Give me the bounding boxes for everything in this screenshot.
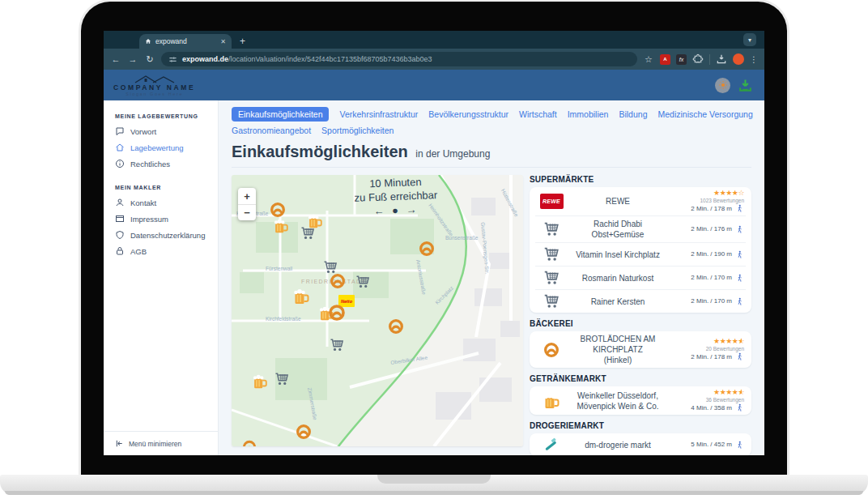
sidebar-item-agb[interactable]: AGB [104, 243, 218, 259]
tab-verkehrsinfrastruktur[interactable]: Verkehrsinfrastruktur [339, 108, 418, 121]
poi-icon-cell [537, 391, 566, 411]
map-marker-beer-icon[interactable] [272, 217, 290, 238]
poi-icon-cell [537, 292, 566, 310]
bookmark-star-icon[interactable]: ☆ [643, 53, 654, 65]
poi-icon-cell [537, 220, 566, 238]
menu-minimize-button[interactable]: Menü minimieren [104, 431, 218, 455]
pretzel-icon [327, 303, 347, 322]
zoom-in-button[interactable]: + [238, 188, 256, 204]
downloads-icon[interactable] [716, 53, 727, 65]
sidebar-item-label: Datenschutzerklärung [130, 231, 205, 240]
tab-bildung[interactable]: Bildung [619, 108, 647, 121]
sidebar-item-rechtliches[interactable]: Rechtliches [104, 156, 218, 172]
browser-tab-strip: expowand ✕ + ▾ [104, 31, 764, 49]
script-extension-icon[interactable]: fx [676, 54, 687, 65]
tab-sportmöglichkeiten[interactable]: Sportmöglichkeiten [321, 124, 394, 137]
sidebar-item-label: Rechtliches [130, 160, 170, 168]
walking-distance: 2 Min. / 170 m [691, 274, 744, 283]
adobe-extension-icon[interactable]: A [660, 54, 670, 65]
store-name: BROTLÄDCHEN AM KIRCHPLATZ(Hinkel) [566, 334, 670, 365]
map-marker-cart-icon[interactable] [355, 274, 371, 293]
forward-icon[interactable]: → [127, 54, 138, 64]
poi-section: GETRÄNKEMARKTWeinkeller Düsseldorf,Möven… [530, 374, 751, 415]
poi-row[interactable]: Rachid Dhabi Obst+Gemüse2 Min. / 176 m [535, 215, 746, 242]
sidebar-item-label: AGB [130, 247, 147, 256]
walk-icon [735, 441, 744, 450]
sidebar-section-label: MEINE LAGEBEWERTUNG [115, 113, 218, 119]
url-domain: expowand.de [182, 55, 228, 63]
poi-row[interactable]: Weinkeller Düsseldorf,Mövenpick Wein & C… [535, 386, 746, 415]
map-marker-cart-icon[interactable] [329, 337, 345, 356]
browser-tab[interactable]: expowand ✕ [139, 34, 232, 49]
tab-immobilien[interactable]: Immobilien [568, 108, 609, 121]
tab-bevölkerungsstruktur[interactable]: Bevölkerungsstruktur [428, 108, 508, 121]
poi-row[interactable]: Rainer Kersten2 Min. / 170 m [535, 289, 746, 313]
map-marker-pretzel-icon[interactable] [295, 423, 313, 444]
map-marker-pretzel-icon[interactable] [327, 303, 347, 326]
back-icon[interactable]: ← [110, 54, 121, 64]
sidebar-item-label: Impressum [130, 215, 168, 224]
pretzel-icon [269, 201, 287, 219]
map-marker-beer-icon[interactable] [291, 287, 311, 309]
page-title: Einkaufsmöglichkeiten in der Umgebung [232, 143, 751, 168]
info-icon [115, 159, 125, 168]
store-name: Rosmarin Naturkost [566, 273, 670, 284]
tab-einkaufsmöglichkeiten[interactable]: Einkaufsmöglichkeiten [232, 107, 329, 122]
sidebar-item-datenschutzerkl-rung[interactable]: Datenschutzerklärung [104, 227, 218, 243]
tab-search-chevron-icon[interactable]: ▾ [743, 33, 756, 46]
tab-title: expowand [155, 37, 216, 45]
walking-distance: 4 Min. / 358 m [691, 403, 744, 412]
theme-toggle-button[interactable] [715, 78, 730, 93]
cart-icon [542, 269, 560, 287]
poi-row[interactable]: Rosmarin Naturkost2 Min. / 170 m [535, 266, 746, 289]
map-marker-pretzel-icon[interactable] [241, 439, 257, 446]
poi-section: DROGERIEMARKTdm-drogerie markt5 Min. / 4… [530, 421, 751, 455]
map-marker-pretzel-icon[interactable] [387, 318, 405, 339]
download-report-button[interactable] [738, 78, 753, 93]
walk-icon [735, 225, 744, 234]
cart-icon [329, 337, 345, 353]
poi-row[interactable]: dm-drogerie markt5 Min. / 452 m [535, 433, 746, 455]
sidebar-item-impressum[interactable]: Impressum [104, 211, 218, 227]
poi-section: SUPERMÄRKTEREWEREWE★★★★☆1023 Bewertungen… [530, 175, 751, 313]
star-rating: ★★★★☆ [713, 190, 744, 197]
company-slogan: Slogan Goes Here [126, 92, 183, 96]
map-marker-cart-icon[interactable] [274, 371, 290, 390]
browser-menu-icon[interactable]: ⋮ [750, 55, 758, 64]
walking-distance: 2 Min. / 176 m [691, 225, 744, 234]
walking-distance: 2 Min. / 178 m [691, 352, 744, 361]
pretzel-icon [542, 341, 560, 359]
roofline-logo-icon [134, 75, 176, 83]
site-settings-icon[interactable] [168, 55, 177, 64]
profile-avatar[interactable] [733, 53, 744, 65]
home-favicon-icon [145, 38, 151, 45]
map-marker-pretzel-icon[interactable] [418, 240, 436, 261]
tab-wirtschaft[interactable]: Wirtschaft [519, 108, 557, 121]
poi-meta: ★★★★☆1023 Bewertungen2 Min. / 178 m [670, 190, 744, 213]
tab-gastronomieangebot[interactable]: Gastronomieangebot [232, 124, 311, 137]
map[interactable]: + − 10 Minuten zu Fuß erreichbar ← ● → H… [232, 175, 523, 446]
poi-row[interactable]: Vitamin Insel Kirchplatz2 Min. / 190 m [535, 242, 746, 266]
new-tab-button[interactable]: + [240, 34, 245, 49]
sidebar-item-kontakt[interactable]: Kontakt [104, 194, 218, 211]
address-bar[interactable]: expowand.de/locationValuation/index/542f… [161, 52, 637, 66]
poi-icon-cell [537, 436, 566, 454]
poi-row[interactable]: REWEREWE★★★★☆1023 Bewertungen2 Min. / 17… [535, 187, 746, 215]
map-marker-cart-icon[interactable] [300, 225, 316, 245]
reload-icon[interactable]: ↻ [144, 54, 155, 65]
beer-icon [291, 287, 311, 306]
map-marker-pretzel-icon[interactable] [329, 272, 347, 293]
extensions-puzzle-icon[interactable] [692, 53, 704, 65]
sidebar-item-lagebewertung[interactable]: Lagebewertung [104, 139, 218, 156]
walk-icon [735, 403, 744, 412]
poi-section-title: SUPERMÄRKTE [530, 175, 751, 184]
poi-row[interactable]: BROTLÄDCHEN AM KIRCHPLATZ(Hinkel)★★★★★☆2… [535, 331, 746, 368]
map-marker-beer-icon[interactable] [251, 373, 269, 394]
sidebar-item-vorwort[interactable]: Vorwort [104, 123, 218, 139]
toolbar-divider [709, 54, 710, 65]
walk-icon [735, 352, 744, 361]
tab-medizinische-versorgung[interactable]: Medizinische Versorgung [657, 108, 752, 121]
zoom-out-button[interactable]: − [238, 204, 256, 220]
tab-close-icon[interactable]: ✕ [220, 38, 226, 45]
url-path: /locationValuation/index/542f44bc17135bf… [228, 55, 432, 63]
